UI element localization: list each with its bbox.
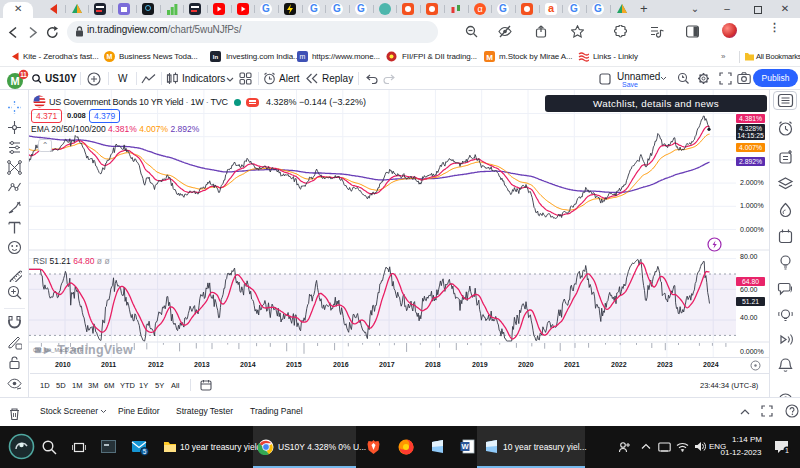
svg-text:5: 5 bbox=[143, 448, 147, 455]
svg-text:1: 1 bbox=[785, 447, 789, 454]
svg-text:W: W bbox=[461, 442, 469, 451]
